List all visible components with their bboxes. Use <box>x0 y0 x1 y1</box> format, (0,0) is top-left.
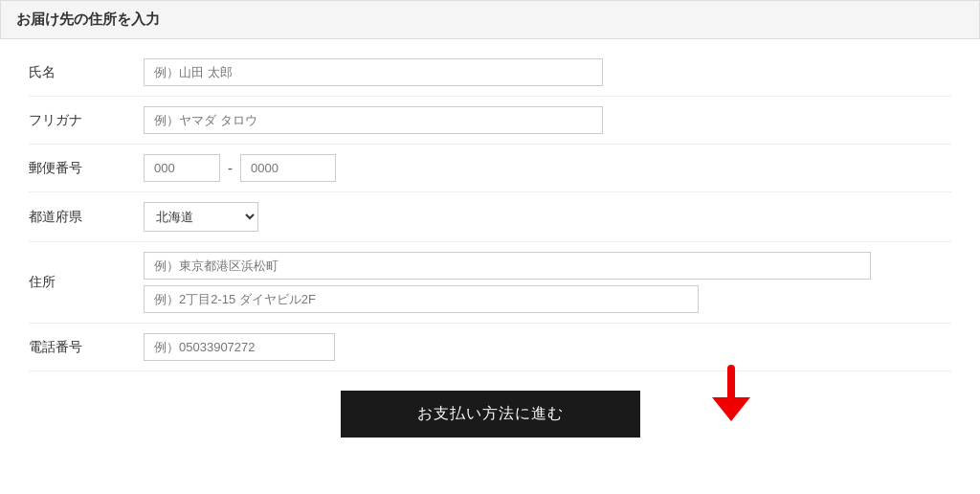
label-address: 住所 <box>29 274 144 291</box>
submit-area: お支払い方法に進む <box>29 371 951 447</box>
form-row-prefecture: 都道府県 北海道 青森県 岩手県 宮城県 秋田県 山形県 福島県 茨城県 栃木県… <box>29 192 951 242</box>
fields-phone <box>144 333 951 361</box>
svg-marker-1 <box>712 397 750 421</box>
input-zip2[interactable] <box>240 154 336 182</box>
label-zip: 郵便番号 <box>29 160 144 177</box>
fields-prefecture: 北海道 青森県 岩手県 宮城県 秋田県 山形県 福島県 茨城県 栃木県 群馬県 … <box>144 202 951 232</box>
input-zip1[interactable] <box>144 154 220 182</box>
form-row-name: 氏名 <box>29 49 951 97</box>
input-address1[interactable] <box>144 252 871 280</box>
submit-button[interactable]: お支払い方法に進む <box>341 391 640 438</box>
section-title: お届け先の住所を入力 <box>16 11 160 27</box>
page-container: お届け先の住所を入力 氏名 フリガナ 郵便番号 - <box>0 0 980 494</box>
submit-label: お支払い方法に進む <box>417 405 564 421</box>
zip-separator: - <box>228 160 233 176</box>
form-container: 氏名 フリガナ 郵便番号 - 都道府県 北海 <box>0 39 980 466</box>
label-furigana: フリガナ <box>29 112 144 129</box>
form-row-zip: 郵便番号 - <box>29 145 951 192</box>
label-prefecture: 都道府県 <box>29 209 144 226</box>
fields-name <box>144 58 951 86</box>
form-row-furigana: フリガナ <box>29 97 951 145</box>
input-phone[interactable] <box>144 333 335 361</box>
fields-zip: - <box>144 154 951 182</box>
select-prefecture[interactable]: 北海道 青森県 岩手県 宮城県 秋田県 山形県 福島県 茨城県 栃木県 群馬県 … <box>144 202 258 232</box>
form-row-phone: 電話番号 <box>29 324 951 371</box>
fields-furigana <box>144 106 951 134</box>
section-header: お届け先の住所を入力 <box>0 0 980 39</box>
input-name[interactable] <box>144 58 603 86</box>
label-name: 氏名 <box>29 64 144 81</box>
input-address2[interactable] <box>144 285 699 313</box>
input-furigana[interactable] <box>144 106 603 134</box>
form-row-address: 住所 <box>29 242 951 324</box>
label-phone: 電話番号 <box>29 339 144 356</box>
address-fields <box>144 252 951 313</box>
red-arrow-icon <box>702 364 760 426</box>
